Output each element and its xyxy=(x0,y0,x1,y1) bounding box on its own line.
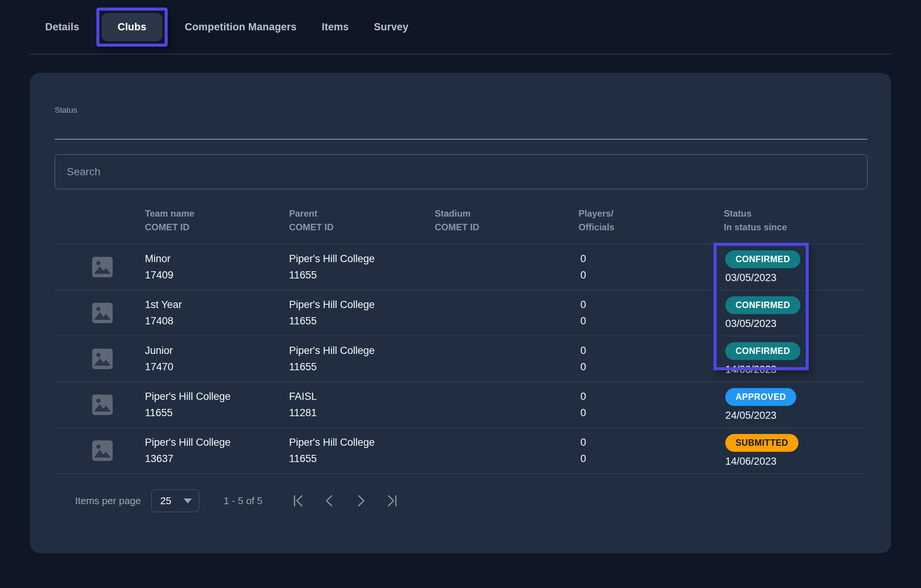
status-filter-select[interactable] xyxy=(55,139,867,140)
club-logo-cell xyxy=(55,303,145,323)
in-status-since-date: 03/05/2023 xyxy=(725,272,867,284)
header-parent: Parent COMET ID xyxy=(289,207,435,244)
status-filter-label: Status xyxy=(55,106,891,114)
officials-count: 0 xyxy=(580,313,724,329)
chevron-down-icon xyxy=(184,498,192,503)
tab-bar: Details Clubs Competition Managers Items… xyxy=(0,0,921,54)
last-page-icon xyxy=(384,492,400,509)
clubs-table: Team name COMET ID Parent COMET ID Stadi… xyxy=(55,197,867,474)
header-team-name: Team name COMET ID xyxy=(145,207,289,244)
team-name-cell: Piper's Hill College 13637 xyxy=(145,434,289,467)
chevron-left-icon xyxy=(321,492,338,509)
status-badge: APPROVED xyxy=(725,388,796,406)
team-comet-id: 13637 xyxy=(145,451,289,467)
pagination-range-label: 1 - 5 of 5 xyxy=(223,495,262,507)
team-name: Piper's Hill College xyxy=(145,434,289,451)
parent-name: Piper's Hill College xyxy=(289,251,435,267)
team-comet-id: 11655 xyxy=(145,405,289,421)
parent-cell: Piper's Hill College 11655 xyxy=(289,434,435,467)
status-badge: CONFIRMED xyxy=(725,296,801,314)
players-officials-cell: 0 0 xyxy=(578,296,724,329)
table-row[interactable]: 1st Year 17408 Piper's Hill College 1165… xyxy=(55,290,867,336)
team-name: 1st Year xyxy=(145,296,289,313)
table-header: Team name COMET ID Parent COMET ID Stadi… xyxy=(55,197,867,244)
status-cell: CONFIRMED 14/06/2023 xyxy=(724,342,867,376)
pagination-buttons xyxy=(289,491,401,510)
team-name-cell: Junior 17470 xyxy=(145,342,289,375)
last-page-button[interactable] xyxy=(382,491,401,510)
officials-count: 0 xyxy=(580,267,724,283)
page-size-select[interactable]: 25 xyxy=(151,489,199,512)
team-name-cell: 1st Year 17408 xyxy=(145,296,289,329)
first-page-button[interactable] xyxy=(289,491,308,510)
team-name-cell: Minor 17409 xyxy=(145,251,289,283)
search-input[interactable] xyxy=(55,155,867,189)
tab-details[interactable]: Details xyxy=(33,21,92,33)
parent-comet-id: 11655 xyxy=(289,359,435,375)
status-cell: SUBMITTED 14/06/2023 xyxy=(724,434,867,467)
parent-name: Piper's Hill College xyxy=(289,342,435,359)
tab-competition-managers[interactable]: Competition Managers xyxy=(172,21,309,33)
team-name-cell: Piper's Hill College 11655 xyxy=(145,388,289,421)
table-row[interactable]: Piper's Hill College 13637 Piper's Hill … xyxy=(55,428,867,474)
page: { "tabs": [ { "label": "Details", "activ… xyxy=(0,0,921,588)
parent-cell: Piper's Hill College 11655 xyxy=(289,342,435,375)
parent-name: Piper's Hill College xyxy=(289,296,435,313)
parent-cell: Piper's Hill College 11655 xyxy=(289,251,435,283)
page-size-value: 25 xyxy=(160,495,171,507)
table-row[interactable]: Piper's Hill College 11655 FAISL 11281 0… xyxy=(55,382,867,428)
status-cell: APPROVED 24/05/2023 xyxy=(724,388,867,422)
team-name: Minor xyxy=(145,251,289,267)
table-row[interactable]: Junior 17470 Piper's Hill College 11655 … xyxy=(55,336,867,382)
first-page-icon xyxy=(290,492,307,509)
status-badge: CONFIRMED xyxy=(725,342,801,360)
image-placeholder-icon xyxy=(92,257,113,277)
status-cell: CONFIRMED 03/05/2023 xyxy=(724,250,867,284)
players-count: 0 xyxy=(580,434,724,451)
parent-comet-id: 11655 xyxy=(289,451,435,467)
table-row[interactable]: Minor 17409 Piper's Hill College 11655 0… xyxy=(55,244,867,290)
club-logo-cell xyxy=(55,257,145,277)
in-status-since-date: 14/06/2023 xyxy=(725,456,867,467)
players-count: 0 xyxy=(580,342,724,359)
parent-name: Piper's Hill College xyxy=(289,434,435,451)
chevron-right-icon xyxy=(352,492,369,509)
status-cell: CONFIRMED 03/05/2023 xyxy=(724,296,867,330)
tab-items[interactable]: Items xyxy=(309,21,361,33)
officials-count: 0 xyxy=(580,359,724,375)
team-comet-id: 17409 xyxy=(145,267,289,283)
parent-name: FAISL xyxy=(289,388,435,405)
team-name: Junior xyxy=(145,342,289,359)
players-count: 0 xyxy=(580,251,724,267)
status-badge: CONFIRMED xyxy=(725,250,801,268)
parent-cell: FAISL 11281 xyxy=(289,388,435,421)
clubs-panel: Status Team name COMET ID Parent COMET I… xyxy=(30,73,891,553)
players-count: 0 xyxy=(580,296,724,313)
next-page-button[interactable] xyxy=(351,491,370,510)
players-officials-cell: 0 0 xyxy=(578,388,724,421)
image-placeholder-icon xyxy=(92,394,113,415)
club-logo-cell xyxy=(55,394,145,415)
header-status: Status In status since xyxy=(724,207,867,244)
items-per-page-label: Items per page xyxy=(75,495,141,507)
previous-page-button[interactable] xyxy=(320,491,339,510)
header-logo-column xyxy=(55,207,145,244)
status-badge: SUBMITTED xyxy=(725,434,799,452)
tab-bar-divider xyxy=(29,54,892,55)
tab-clubs[interactable]: Clubs xyxy=(102,13,162,41)
table-body: Minor 17409 Piper's Hill College 11655 0… xyxy=(55,244,867,474)
team-comet-id: 17470 xyxy=(145,359,289,375)
in-status-since-date: 03/05/2023 xyxy=(725,318,867,330)
tab-survey[interactable]: Survey xyxy=(361,21,421,33)
players-officials-cell: 0 0 xyxy=(578,434,724,467)
image-placeholder-icon xyxy=(92,440,113,461)
in-status-since-date: 14/06/2023 xyxy=(725,364,867,376)
pagination-bar: Items per page 25 1 - 5 of 5 xyxy=(75,489,891,512)
players-count: 0 xyxy=(580,388,724,405)
highlight-box-clubs-tab: Clubs xyxy=(96,8,168,47)
club-logo-cell xyxy=(55,349,145,369)
parent-comet-id: 11655 xyxy=(289,267,435,283)
team-name: Piper's Hill College xyxy=(145,388,289,405)
image-placeholder-icon xyxy=(92,349,113,369)
image-placeholder-icon xyxy=(92,303,113,323)
